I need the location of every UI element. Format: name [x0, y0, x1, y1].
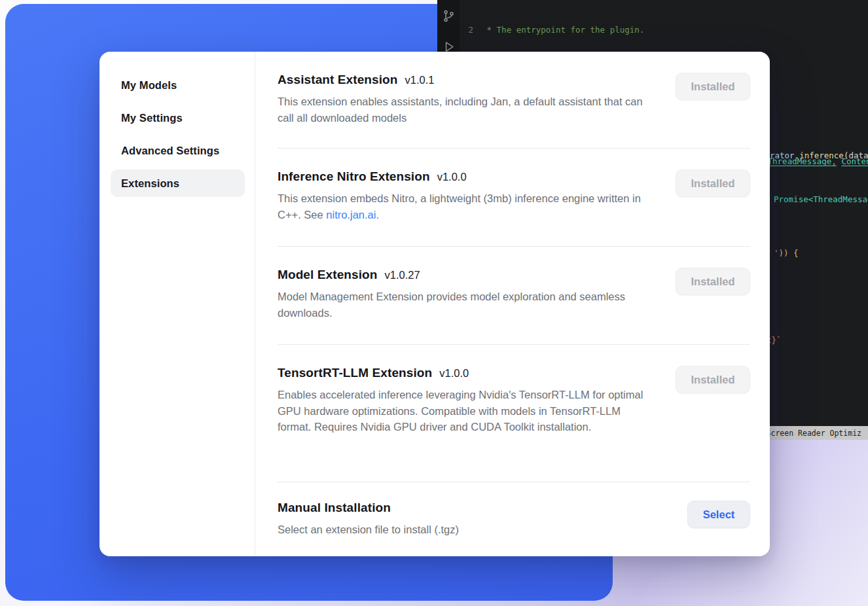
extension-row-inference-nitro: Inference Nitro Extension v1.0.0 This ex… [278, 149, 750, 247]
manual-installation-title: Manual Installation [278, 501, 391, 515]
manual-installation-row: Manual Installation Select an extension … [278, 482, 750, 556]
code-fragment: Promise<ThreadMessage> [774, 194, 868, 204]
code-fragment: rator.inference(data)); [770, 151, 868, 160]
extension-row-tensorrt-llm: TensortRT-LLM Extension v1.0.0 Enables a… [278, 345, 750, 482]
extension-version: v1.0.27 [384, 269, 420, 281]
extension-description: Enables accelerated inference leveraging… [278, 387, 654, 435]
code-line: 2 * The entrypoint for the plugin. [460, 25, 868, 36]
extension-name: Inference Nitro Extension [278, 169, 430, 184]
extension-version: v1.0.0 [439, 367, 469, 380]
installed-button[interactable]: Installed [676, 268, 750, 295]
extension-row-assistant: Assistant Extension v1.0.1 This extensio… [278, 52, 750, 149]
sidebar-item-my-settings[interactable]: My Settings [111, 104, 245, 132]
manual-installation-description: Select an extension file to install (.tg… [278, 522, 654, 538]
source-control-icon[interactable] [442, 9, 456, 23]
extension-name: Model Extension [278, 268, 377, 282]
extension-description: This extension enables assistants, inclu… [278, 94, 654, 126]
screen-reader-optimized-status[interactable]: Screen Reader Optimiz [761, 426, 868, 440]
select-file-button[interactable]: Select [687, 501, 750, 528]
extension-description: Model Management Extension provides mode… [278, 289, 654, 321]
nitro-jan-ai-link[interactable]: nitro.jan.ai. [326, 209, 379, 221]
installed-button[interactable]: Installed [676, 169, 750, 197]
extension-description: This extension embeds Nitro, a lightweig… [278, 190, 654, 223]
installed-button[interactable]: Installed [676, 73, 750, 100]
sidebar-item-my-models[interactable]: My Models [111, 71, 245, 99]
extension-name: Assistant Extension [278, 73, 398, 87]
settings-modal: My Models My Settings Advanced Settings … [99, 52, 770, 556]
installed-button[interactable]: Installed [676, 366, 750, 393]
settings-sidebar: My Models My Settings Advanced Settings … [99, 52, 255, 556]
sidebar-item-extensions[interactable]: Extensions [111, 169, 245, 197]
desktop-background: 2 * The entrypoint for the plugin. 3 */ … [0, 0, 868, 606]
extensions-list: Assistant Extension v1.0.1 This extensio… [255, 52, 770, 556]
extension-name: TensortRT-LLM Extension [278, 366, 432, 380]
sidebar-item-advanced-settings[interactable]: Advanced Settings [111, 137, 245, 164]
extension-version: v1.0.0 [437, 171, 467, 183]
extension-title-row: Manual Installation [278, 501, 750, 515]
code-fragment: ')) { [774, 248, 799, 258]
extension-row-model: Model Extension v1.0.27 Model Management… [278, 247, 750, 345]
extension-version: v1.0.1 [405, 74, 435, 86]
